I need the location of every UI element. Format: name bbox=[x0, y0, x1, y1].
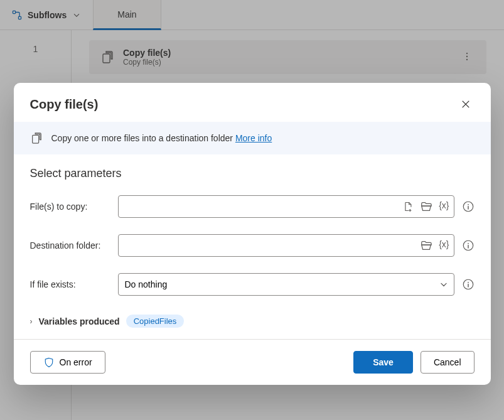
info-icon bbox=[462, 200, 475, 213]
variables-produced-row: › Variables produced CopiedFiles bbox=[30, 312, 475, 328]
exists-selected-value: Do nothing bbox=[125, 279, 168, 289]
cancel-label: Cancel bbox=[434, 357, 461, 367]
modal-title: Copy file(s) bbox=[30, 97, 457, 112]
cancel-button[interactable]: Cancel bbox=[421, 351, 475, 374]
modal-body: Select parameters File(s) to copy: {x} D… bbox=[14, 154, 491, 339]
folder-open-icon[interactable] bbox=[420, 200, 432, 213]
exists-select-wrap: Do nothing bbox=[118, 273, 454, 296]
vars-label: Variables produced bbox=[39, 316, 120, 326]
dest-label: Destination folder: bbox=[30, 240, 110, 250]
exists-select[interactable]: Do nothing bbox=[118, 273, 454, 296]
file-add-icon[interactable] bbox=[402, 200, 414, 213]
variable-picker-icon[interactable]: {x} bbox=[439, 200, 449, 213]
more-info-link[interactable]: More info bbox=[235, 133, 272, 143]
folder-open-icon[interactable] bbox=[420, 239, 432, 252]
section-title: Select parameters bbox=[30, 167, 475, 180]
files-inset-icons: {x} bbox=[402, 200, 449, 213]
modal-header: Copy file(s) bbox=[14, 83, 491, 122]
on-error-label: On error bbox=[60, 357, 92, 367]
dest-info-button[interactable] bbox=[462, 239, 475, 252]
field-files-to-copy: File(s) to copy: {x} bbox=[30, 195, 475, 218]
save-label: Save bbox=[373, 357, 394, 367]
field-if-exists: If file exists: Do nothing bbox=[30, 273, 475, 296]
copy-files-modal: Copy file(s) Copy one or more files into… bbox=[14, 83, 491, 385]
close-button[interactable] bbox=[457, 95, 475, 113]
files-input-wrap: {x} bbox=[118, 195, 454, 218]
files-info-button[interactable] bbox=[462, 200, 475, 213]
files-label: File(s) to copy: bbox=[30, 202, 110, 212]
info-icon bbox=[462, 278, 475, 291]
copy-icon bbox=[30, 132, 43, 144]
dest-input[interactable] bbox=[118, 234, 454, 257]
modal-overlay: Copy file(s) Copy one or more files into… bbox=[0, 0, 504, 420]
variable-picker-icon[interactable]: {x} bbox=[439, 239, 449, 252]
vars-expand-caret[interactable]: › bbox=[30, 317, 33, 326]
exists-label: If file exists: bbox=[30, 279, 110, 289]
field-destination-folder: Destination folder: {x} bbox=[30, 234, 475, 257]
close-icon bbox=[460, 99, 471, 110]
info-text-wrap: Copy one or more files into a destinatio… bbox=[51, 133, 272, 143]
info-text: Copy one or more files into a destinatio… bbox=[51, 133, 235, 143]
variable-chip-copiedfiles[interactable]: CopiedFiles bbox=[126, 315, 185, 328]
on-error-button[interactable]: On error bbox=[30, 351, 105, 374]
dest-inset-icons: {x} bbox=[420, 239, 449, 252]
exists-info-button[interactable] bbox=[462, 278, 475, 291]
shield-icon bbox=[43, 357, 55, 368]
dest-input-wrap: {x} bbox=[118, 234, 454, 257]
info-icon bbox=[462, 239, 475, 252]
info-band: Copy one or more files into a destinatio… bbox=[14, 122, 491, 154]
modal-footer: On error Save Cancel bbox=[14, 339, 491, 385]
save-button[interactable]: Save bbox=[353, 351, 413, 374]
